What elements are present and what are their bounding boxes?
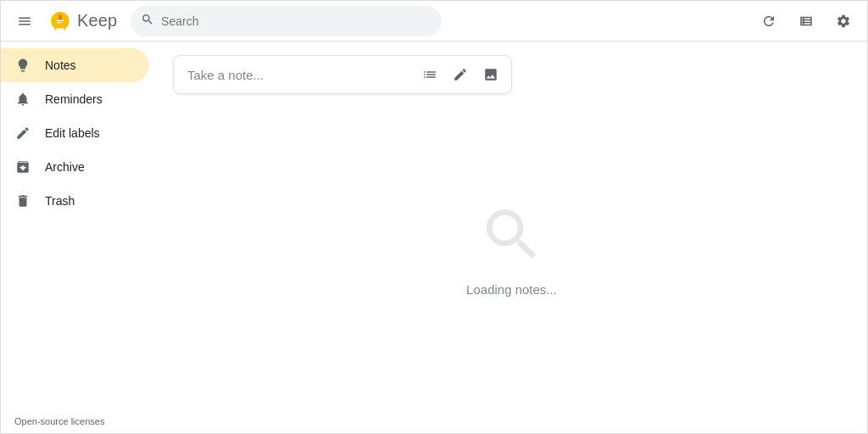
sidebar: Notes Reminders Edit labels — [1, 42, 156, 433]
menu-button[interactable] — [8, 4, 42, 38]
new-list-button[interactable] — [416, 61, 443, 88]
pencil-icon — [14, 125, 31, 141]
note-input-bar[interactable]: Take a note... — [173, 55, 512, 94]
refresh-icon — [761, 14, 776, 29]
archive-icon — [14, 159, 31, 175]
new-drawing-button[interactable] — [447, 61, 474, 88]
open-source-link[interactable]: Open-source licenses — [14, 416, 104, 426]
bell-icon — [14, 92, 31, 107]
note-action-buttons — [416, 61, 504, 88]
notes-label: Notes — [45, 58, 76, 72]
drawing-icon — [453, 67, 468, 82]
edit-labels-label: Edit labels — [45, 126, 100, 140]
header-actions — [752, 4, 860, 38]
archive-label: Archive — [45, 160, 85, 174]
loading-text: Loading notes... — [466, 282, 557, 297]
settings-button[interactable] — [826, 4, 860, 38]
lightbulb-icon — [14, 58, 31, 73]
image-icon — [483, 67, 498, 82]
svg-rect-1 — [57, 19, 64, 20]
main-layout: Notes Reminders Edit labels — [1, 42, 867, 433]
settings-icon — [836, 14, 851, 29]
trash-icon — [14, 193, 31, 209]
sidebar-item-trash[interactable]: Trash — [1, 184, 149, 218]
new-image-button[interactable] — [477, 61, 504, 88]
app-name-label: Keep — [77, 11, 117, 31]
trash-label: Trash — [45, 194, 75, 208]
sidebar-item-archive[interactable]: Archive — [1, 150, 149, 184]
sidebar-item-reminders[interactable]: Reminders — [1, 82, 149, 116]
app-logo[interactable]: Keep — [48, 9, 117, 33]
refresh-button[interactable] — [752, 4, 786, 38]
loading-area: Loading notes... — [173, 111, 850, 420]
search-bar[interactable] — [131, 6, 441, 36]
hamburger-icon — [17, 14, 32, 29]
loading-search-icon — [478, 201, 546, 269]
checklist-icon — [422, 67, 437, 82]
keep-logo-icon — [48, 9, 72, 33]
svg-rect-2 — [57, 22, 61, 23]
sidebar-item-notes[interactable]: Notes — [1, 48, 149, 82]
view-toggle-button[interactable] — [789, 4, 823, 38]
sidebar-item-edit-labels[interactable]: Edit labels — [1, 116, 149, 150]
svg-rect-3 — [58, 14, 62, 19]
reminders-label: Reminders — [45, 92, 103, 106]
main-content: Take a note... — [156, 42, 867, 433]
search-input[interactable] — [161, 14, 431, 28]
note-placeholder-text[interactable]: Take a note... — [187, 68, 416, 82]
grid-view-icon — [798, 14, 814, 29]
search-icon — [141, 13, 154, 30]
app-header: Keep — [1, 1, 867, 42]
